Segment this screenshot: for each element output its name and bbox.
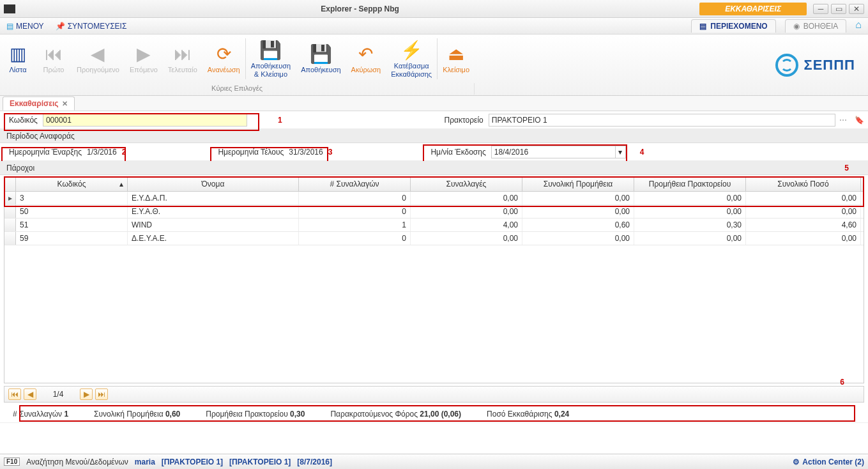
agency-input[interactable] <box>489 114 835 127</box>
shortcuts-button[interactable]: 📌 ΣΥΝΤΟΜΕΥΣΕΙΣ <box>56 22 127 31</box>
cell-comm: 0,00 <box>522 192 634 204</box>
brand-logo-icon <box>775 54 798 77</box>
row-indicator: ▸ <box>4 192 16 204</box>
document-tab-ekkathariseis[interactable]: Εκκαθαρίσεις ✕ <box>3 96 75 111</box>
minimize-button[interactable]: ─ <box>813 4 828 14</box>
home-icon[interactable]: ⌂ <box>855 19 862 33</box>
period-section-title: Περίοδος Αναφοράς <box>0 129 868 143</box>
save-icon: 💾 <box>259 40 282 61</box>
table-row[interactable]: 50Ε.Υ.Α.Θ.00,000,000,000,00 <box>4 205 864 219</box>
start-date-label: Ημερομηνία Έναρξης <box>0 148 87 157</box>
pager-next[interactable]: ▶ <box>80 388 93 400</box>
grid-body: ▸3Ε.Υ.Δ.Α.Π.00,000,000,000,0050Ε.Υ.Α.Θ.0… <box>4 192 864 383</box>
row-indicator <box>4 232 16 245</box>
next-icon: ▶ <box>137 43 151 65</box>
cell-comm: 0,00 <box>522 205 634 218</box>
dropdown-icon[interactable]: ▾ <box>616 146 626 158</box>
cell-comm: 0,00 <box>522 232 634 245</box>
ribbon-next[interactable]: ▶Επόμενο <box>125 35 163 83</box>
brand-text: ΣΕΠΠΠ <box>803 57 855 73</box>
cell-name: Ε.Υ.Α.Θ. <box>128 205 299 218</box>
code-input[interactable] <box>43 114 247 127</box>
cell-total: 4,60 <box>746 219 861 231</box>
maximize-button[interactable]: ▭ <box>831 4 846 14</box>
cell-transcount: 1 <box>299 219 411 231</box>
col-acomm[interactable]: Προμήθεια Πρακτορείου <box>634 177 746 191</box>
globe-icon: ◉ <box>793 22 800 31</box>
col-comm[interactable]: Συνολική Προμήθεια <box>522 177 634 191</box>
start-date-value: 1/3/2016 <box>87 148 117 157</box>
agency-label: Πρακτορείο <box>436 116 489 125</box>
attachment-icon[interactable]: 🔖 <box>851 116 868 125</box>
pager-prev[interactable]: ◀ <box>24 388 36 400</box>
pager-position: 1/4 <box>39 390 77 399</box>
col-trans[interactable]: Συναλλαγές <box>411 177 522 191</box>
tab-help[interactable]: ◉ ΒΟΗΘΕΙΑ <box>785 19 847 33</box>
col-transcount[interactable]: # Συναλλαγών <box>299 177 411 191</box>
folder-icon: ▤ <box>6 22 13 31</box>
cell-trans: 0,00 <box>411 192 522 204</box>
more-icon[interactable]: ⋯ <box>835 116 851 125</box>
document-tabs: Εκκαθαρίσεις ✕ <box>0 96 868 111</box>
pager-first[interactable]: ⏮ <box>8 388 21 400</box>
cell-acomm: 0,00 <box>634 232 746 245</box>
titlebar: Explorer - Seppp Nbg ΕΚΚΑΘΑΡΙΣΕΙΣ ─ ▭ ✕ <box>0 0 868 18</box>
cell-total: 0,00 <box>746 192 861 204</box>
sort-asc-icon: ▴ <box>119 180 123 188</box>
cell-name: Δ.Ε.Υ.Α.Ε. <box>128 232 299 245</box>
ribbon-caption: Κύριες Επιλογές <box>0 83 475 95</box>
col-name[interactable]: Όνομα <box>128 177 299 191</box>
ribbon-prev[interactable]: ◀Προηγούμενο <box>72 35 125 83</box>
book-icon: ▥ <box>10 43 26 65</box>
undo-icon: ↶ <box>358 43 373 65</box>
cell-comm: 0,60 <box>522 219 634 231</box>
annotation-3: 3 <box>323 148 333 157</box>
close-tab-icon[interactable]: ✕ <box>62 100 68 108</box>
ribbon-save[interactable]: 💾Αποθήκευση <box>296 35 346 83</box>
cell-transcount: 0 <box>299 232 411 245</box>
cell-code: 59 <box>16 232 128 245</box>
col-total[interactable]: Συνολικό Ποσό <box>746 177 861 191</box>
ribbon-cancel[interactable]: ↶Ακύρωση <box>346 35 386 83</box>
cell-transcount: 0 <box>299 205 411 218</box>
table-row[interactable]: ▸3Ε.Υ.Δ.Α.Π.00,000,000,000,00 <box>4 192 864 205</box>
window-title: Explorer - Seppp Nbg <box>20 4 699 13</box>
ribbon-list[interactable]: ▥Λίστα <box>0 35 36 83</box>
cell-code: 3 <box>16 192 128 204</box>
last-icon: ⏭ <box>174 43 192 65</box>
ribbon-refresh[interactable]: ⟳Ανανέωση <box>202 35 245 83</box>
ribbon-saveclose[interactable]: 💾Αποθήκευση & Κλείσιμο <box>246 35 296 83</box>
end-date-value: 31/3/2016 <box>289 148 323 157</box>
pager-last[interactable]: ⏭ <box>95 388 108 400</box>
document-icon: ▤ <box>699 22 706 31</box>
issue-date-input[interactable] <box>491 146 616 158</box>
issue-date-label: Ημ/νία Έκδοσης <box>422 148 491 157</box>
tab-content[interactable]: ▤ ΠΕΡΙΕΧΟΜΕΝΟ <box>691 19 775 33</box>
table-row[interactable]: 51WIND14,000,600,304,60 <box>4 219 864 232</box>
menu-button[interactable]: ▤ ΜΕΝΟΥ <box>6 22 44 31</box>
ribbon-download[interactable]: ⚡Κατέβασμα Εκκαθάρισης <box>386 35 437 83</box>
col-code[interactable]: Κωδικός▴ <box>16 177 128 191</box>
module-banner: ΕΚΚΑΘΑΡΙΣΕΙΣ <box>699 3 807 15</box>
code-label: Κωδικός <box>0 116 43 125</box>
pager: ⏮ ◀ 1/4 ▶ ⏭ 6 <box>4 386 864 403</box>
providers-section-title: Πάροχοι 5 <box>0 161 868 175</box>
lightning-icon: ⚡ <box>400 40 423 61</box>
cell-name: WIND <box>128 219 299 231</box>
table-row[interactable]: 59Δ.Ε.Υ.Α.Ε.00,000,000,000,00 <box>4 232 864 245</box>
ribbon-close[interactable]: ⏏Κλείσιμο <box>438 35 475 83</box>
form-area: Κωδικός 1 Πρακτορείο ⋯ 🔖 Περίοδος Αναφορ… <box>0 111 868 423</box>
prev-icon: ◀ <box>91 43 105 65</box>
ribbon-last[interactable]: ⏭Τελευταίο <box>163 35 202 83</box>
cell-code: 50 <box>16 205 128 218</box>
cell-trans: 4,00 <box>411 219 522 231</box>
cell-acomm: 0,00 <box>634 205 746 218</box>
cell-total: 0,00 <box>746 205 861 218</box>
cell-trans: 0,00 <box>411 232 522 245</box>
eject-icon: ⏏ <box>448 43 464 65</box>
annotation-5: 5 <box>839 164 849 173</box>
ribbon-first[interactable]: ⏮Πρώτο <box>36 35 72 83</box>
close-window-button[interactable]: ✕ <box>849 4 864 14</box>
first-icon: ⏮ <box>45 43 63 65</box>
save-icon: 💾 <box>310 43 332 65</box>
